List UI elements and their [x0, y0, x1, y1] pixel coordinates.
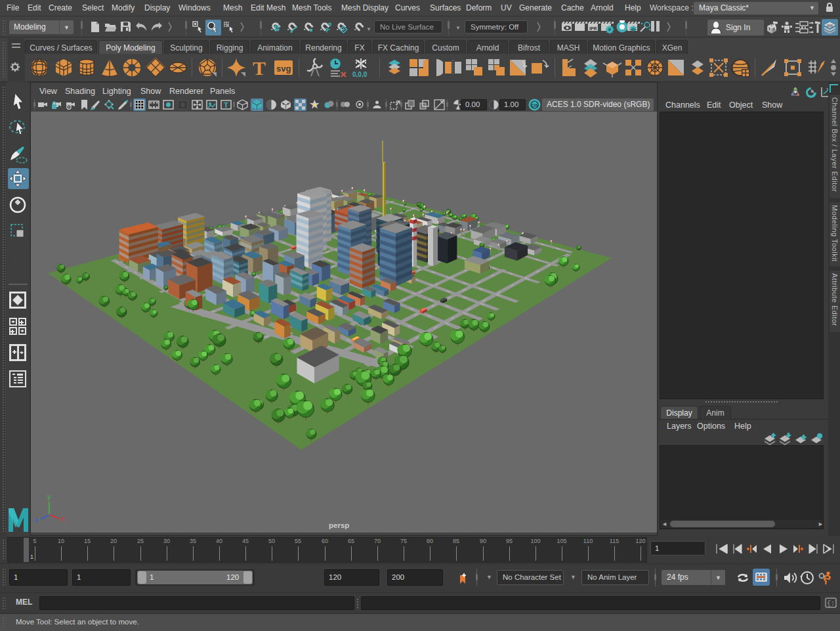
svg-text:T: T	[224, 101, 228, 109]
svg-text:svg: svg	[276, 64, 291, 74]
svg-text:0,0,0: 0,0,0	[352, 71, 368, 77]
svg-text:ON: ON	[532, 102, 539, 108]
svg-text:T: T	[253, 58, 266, 77]
svg-text:{:}: {:}	[827, 600, 837, 607]
svg-text:IPR: IPR	[589, 26, 597, 31]
svg-text:persp: persp	[329, 521, 349, 529]
svg-text:x: x	[61, 515, 64, 523]
svg-text:z: z	[35, 516, 38, 523]
svg-text:y: y	[47, 493, 51, 500]
